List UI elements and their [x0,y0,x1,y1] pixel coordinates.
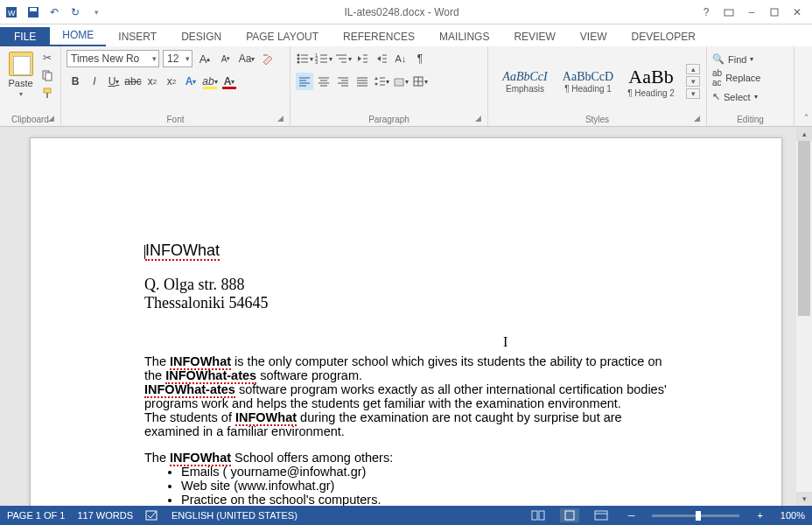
superscript-button[interactable]: x2 [163,73,180,90]
status-words[interactable]: 117 WORDS [77,510,133,521]
align-right-icon[interactable] [334,73,352,90]
svg-rect-56 [532,511,537,520]
tab-references[interactable]: REFERENCES [331,27,427,46]
list-item: Practice on the school's computers. [181,493,668,506]
increase-indent-icon[interactable] [373,50,390,67]
show-marks-icon[interactable]: ¶ [411,50,429,67]
collapse-ribbon-icon[interactable]: ˄ [804,113,808,122]
copy-icon[interactable] [39,67,55,83]
scroll-up-icon[interactable]: ▴ [796,127,812,141]
scroll-track[interactable] [796,141,812,492]
svg-text:W: W [8,9,16,18]
grow-font-icon[interactable]: A▴ [196,50,214,67]
change-case-icon[interactable]: Aa▾ [238,50,256,67]
numbering-icon[interactable]: 123▾ [315,50,332,67]
qat-customize-icon[interactable]: ▾ [88,4,105,21]
doc-bullet-list: Emails ( yourname@infowhat.gr) Web site … [181,465,668,506]
print-layout-icon[interactable] [560,508,579,522]
highlight-color-icon[interactable]: ab▾ [201,73,219,90]
svg-point-15 [298,61,300,64]
shrink-font-icon[interactable]: A▾ [217,50,234,67]
status-bar: PAGE 1 OF 1 117 WORDS ENGLISH (UNITED ST… [0,506,812,525]
cut-icon[interactable]: ✂ [39,50,55,66]
clipboard-launcher-icon[interactable]: ◢ [48,114,57,122]
read-mode-icon[interactable] [528,508,548,522]
restore-icon[interactable] [766,4,782,20]
format-painter-icon[interactable] [39,85,55,101]
help-icon[interactable]: ? [698,4,714,20]
find-button[interactable]: 🔍Find▾ [712,53,788,65]
svg-point-11 [298,54,300,57]
group-styles: AaBbCcI Emphasis AaBbCcD ¶ Heading 1 AaB… [488,46,707,126]
tab-insert[interactable]: INSERT [106,27,169,46]
close-icon[interactable]: ✕ [789,4,805,20]
font-size-combo[interactable]: 12 [163,50,192,67]
svg-rect-58 [565,511,574,520]
minimize-icon[interactable]: – [744,4,760,20]
borders-icon[interactable]: ▾ [411,73,429,90]
tab-home[interactable]: HOME [50,25,106,46]
document-area: INFOWhat Q. Olga str. 888 Thessaloniki 5… [0,127,812,506]
zoom-in-button[interactable]: + [752,510,767,521]
ribbon-display-icon[interactable] [721,4,737,20]
styles-launcher-icon[interactable]: ◢ [694,114,703,122]
clear-formatting-icon[interactable] [259,50,276,67]
decrease-indent-icon[interactable] [354,50,371,67]
zoom-level[interactable]: 100% [780,510,805,521]
sort-icon[interactable]: A↓ [392,50,410,67]
scroll-down-icon[interactable]: ▾ [796,492,812,506]
save-icon[interactable] [24,4,42,21]
tab-file[interactable]: FILE [0,27,50,46]
select-button[interactable]: ↖Select▾ [712,91,788,102]
undo-icon[interactable]: ↶ [46,4,63,21]
window-title: IL-ates0248.docx - Word [105,6,698,18]
status-page[interactable]: PAGE 1 OF 1 [7,510,65,521]
justify-icon[interactable] [354,73,371,90]
word-icon: W [4,4,21,21]
styles-gallery-more[interactable]: ▴▾▾ [686,64,700,99]
replace-button[interactable]: abacReplace [712,68,788,88]
zoom-out-button[interactable]: ─ [623,510,640,521]
subscript-button[interactable]: x2 [144,73,161,90]
group-paragraph-label: Paragraph [290,115,487,124]
underline-button[interactable]: U▾ [105,73,122,90]
svg-rect-59 [595,511,607,520]
status-language[interactable]: ENGLISH (UNITED STATES) [172,510,298,521]
style-heading1[interactable]: AaBbCcD ¶ Heading 1 [556,55,620,108]
chevron-up-icon: ▴ [686,64,700,74]
style-emphasis[interactable]: AaBbCcI Emphasis [494,55,556,108]
tab-review[interactable]: REVIEW [501,27,567,46]
font-name-combo[interactable]: Times New Ro [66,50,159,67]
strikethrough-button[interactable]: abc [124,73,142,90]
style-heading2[interactable]: AaBb ¶ Heading 2 [620,55,682,108]
zoom-slider[interactable] [652,514,739,517]
vertical-scrollbar[interactable]: ▴ ▾ [796,127,812,506]
bullets-icon[interactable]: ▾ [296,50,313,67]
multilevel-list-icon[interactable]: ▾ [334,50,352,67]
proofing-icon[interactable] [145,509,159,522]
redo-icon[interactable]: ↻ [66,4,84,21]
text-effects-icon[interactable]: A▾ [182,73,200,90]
tab-design[interactable]: DESIGN [169,27,234,46]
ribbon: Paste ▾ ✂ Clipboard ◢ Times New Ro 12 A▴… [0,46,812,127]
italic-button[interactable]: I [86,73,103,90]
page[interactable]: INFOWhat Q. Olga str. 888 Thessaloniki 5… [30,137,782,506]
align-center-icon[interactable] [315,73,332,90]
list-item: Emails ( yourname@infowhat.gr) [181,465,668,479]
font-launcher-icon[interactable]: ◢ [277,114,286,122]
bold-button[interactable]: B [66,73,84,90]
tab-developer[interactable]: DEVELOPER [619,27,707,46]
paste-button[interactable]: Paste ▾ [5,50,36,101]
tab-mailings[interactable]: MAILINGS [427,27,501,46]
shading-icon[interactable]: ▾ [392,73,410,90]
web-layout-icon[interactable] [592,508,611,522]
align-left-icon[interactable] [296,73,313,90]
group-paragraph: ▾ 123▾ ▾ A↓ ¶ ▾ ▾ ▾ Paragraph ◢ [290,46,488,126]
scroll-thumb[interactable] [798,141,810,316]
tab-view[interactable]: VIEW [568,27,620,46]
font-color-icon[interactable]: A▾ [220,73,238,90]
line-spacing-icon[interactable]: ▾ [373,73,390,90]
tab-page-layout[interactable]: PAGE LAYOUT [234,27,331,46]
paragraph-launcher-icon[interactable]: ◢ [475,114,484,122]
svg-point-13 [298,58,300,60]
